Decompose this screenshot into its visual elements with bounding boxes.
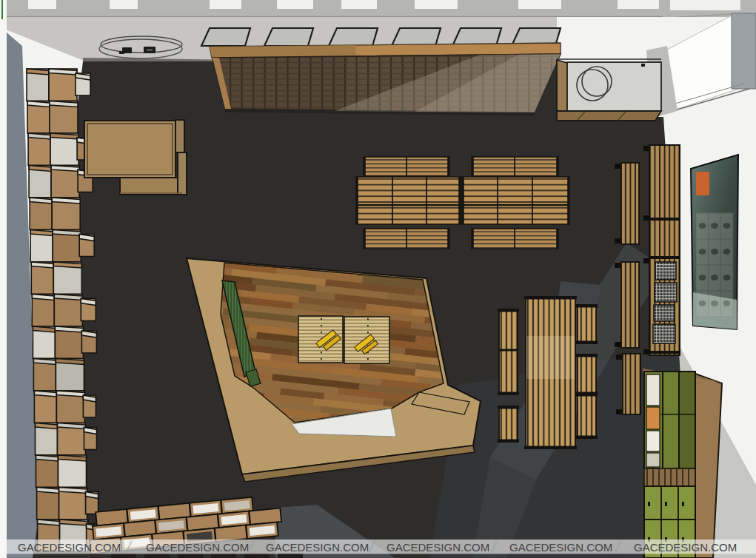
svg-text:GACEDESIGN.COM: GACEDESIGN.COM xyxy=(387,541,489,554)
svg-text:GACEDESIGN.COM: GACEDESIGN.COM xyxy=(18,541,121,554)
svg-text:GACEDESIGN.COM: GACEDESIGN.COM xyxy=(634,541,737,554)
svg-text:GACEDESIGN.COM: GACEDESIGN.COM xyxy=(266,541,369,554)
svg-text:GACEDESIGN.COM: GACEDESIGN.COM xyxy=(509,541,612,554)
svg-text:GACEDESIGN.COM: GACEDESIGN.COM xyxy=(146,541,249,554)
